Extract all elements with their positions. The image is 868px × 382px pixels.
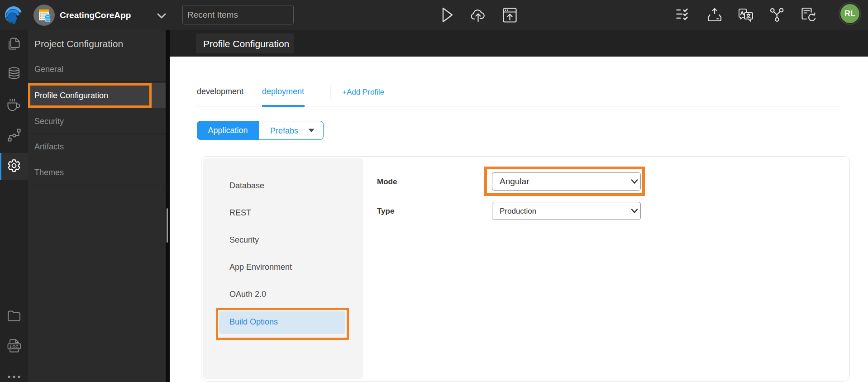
svg-text:LOG: LOG — [10, 344, 19, 349]
